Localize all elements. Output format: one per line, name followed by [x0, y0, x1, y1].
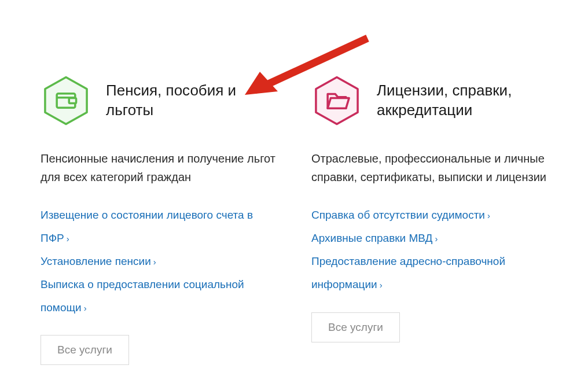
chevron-right-icon: ›	[84, 303, 87, 313]
links-list: Извещение о состоянии лицевого счета в П…	[41, 204, 277, 319]
service-link[interactable]: Выписка о предоставлении социальной помо…	[41, 273, 277, 319]
chevron-right-icon: ›	[153, 257, 156, 267]
all-services-button[interactable]: Все услуги	[41, 335, 129, 365]
licenses-card: Лицензии, справки, аккредитации Отраслев…	[311, 75, 547, 365]
chevron-right-icon: ›	[380, 280, 383, 290]
card-description: Отраслевые, профессиональные и личные сп…	[311, 149, 547, 186]
service-link[interactable]: Извещение о состоянии лицевого счета в П…	[41, 204, 277, 250]
link-label: Архивные справки МВД	[311, 232, 432, 244]
wallet-icon	[41, 75, 91, 126]
svg-marker-0	[45, 78, 87, 124]
chevron-right-icon: ›	[435, 234, 438, 244]
service-link[interactable]: Архивные справки МВД›	[311, 227, 547, 250]
link-label: Выписка о предоставлении социальной помо…	[41, 278, 244, 314]
pension-card: Пенсия, пособия и льготы Пенсионные начи…	[41, 75, 277, 365]
link-label: Установление пенсии	[41, 255, 151, 267]
card-header: Лицензии, справки, аккредитации	[311, 75, 547, 126]
card-title: Пенсия, пособия и льготы	[106, 75, 277, 120]
svg-rect-2	[69, 98, 76, 104]
card-title: Лицензии, справки, аккредитации	[377, 75, 547, 120]
link-label: Извещение о состоянии лицевого счета в П…	[41, 209, 253, 244]
cards-container: Пенсия, пособия и льготы Пенсионные начи…	[0, 0, 588, 365]
chevron-right-icon: ›	[67, 234, 69, 244]
service-link[interactable]: Справка об отсутствии судимости›	[311, 204, 547, 227]
chevron-right-icon: ›	[487, 211, 490, 220]
link-label: Справка об отсутствии судимости	[311, 209, 485, 221]
card-description: Пенсионные начисления и получение льгот …	[41, 149, 277, 186]
card-header: Пенсия, пособия и льготы	[41, 75, 277, 126]
service-link[interactable]: Установление пенсии›	[41, 250, 277, 273]
link-label: Предоставление адресно-справочной информ…	[311, 255, 505, 290]
links-list: Справка об отсутствии судимости› Архивны…	[311, 204, 547, 296]
all-services-button[interactable]: Все услуги	[311, 312, 400, 342]
folder-icon	[311, 75, 362, 126]
service-link[interactable]: Предоставление адресно-справочной информ…	[311, 250, 547, 296]
